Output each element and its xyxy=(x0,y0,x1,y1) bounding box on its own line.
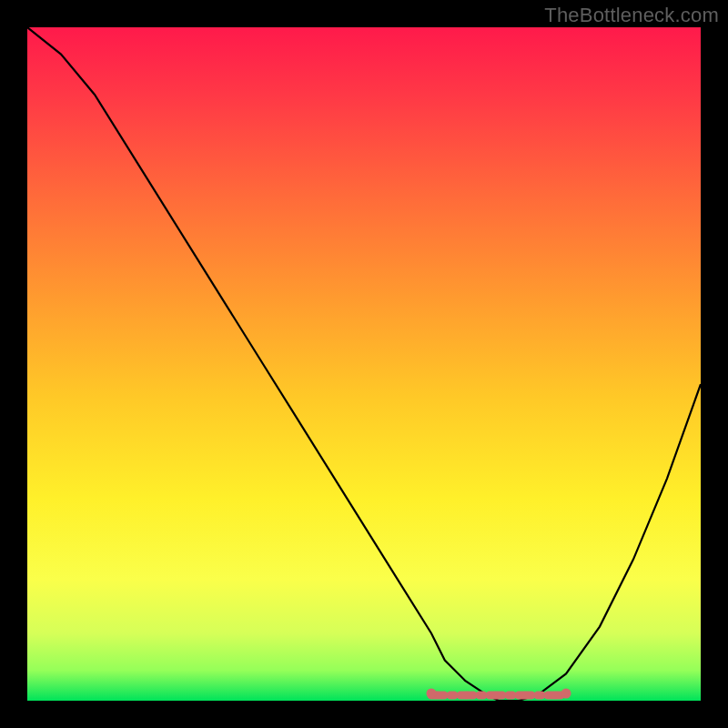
svg-point-2 xyxy=(561,689,571,699)
chart-svg xyxy=(27,27,701,701)
chart-frame: TheBottleneck.com xyxy=(0,0,728,728)
plot-area xyxy=(27,27,701,701)
attribution-text: TheBottleneck.com xyxy=(544,4,719,27)
svg-point-1 xyxy=(427,689,437,699)
heat-background xyxy=(27,27,701,701)
